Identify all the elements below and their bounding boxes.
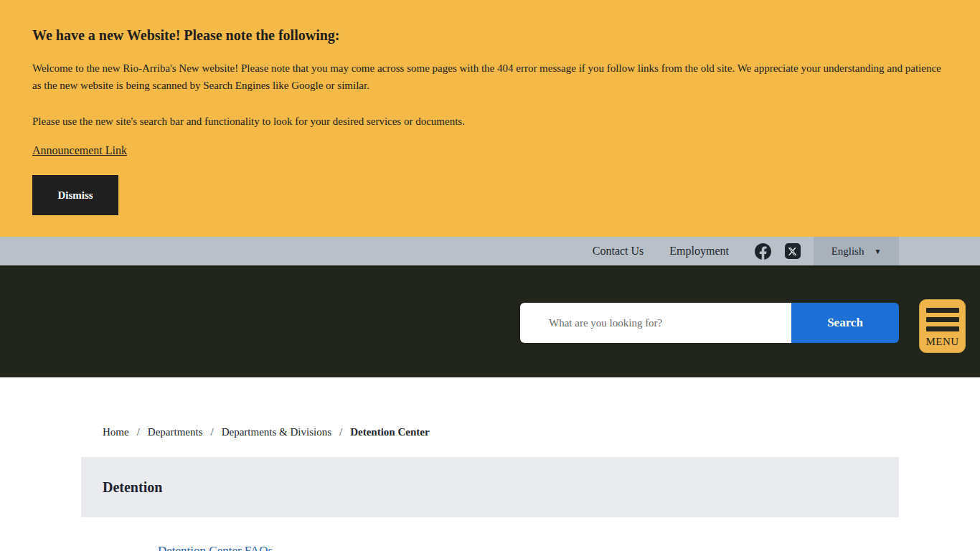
- chevron-down-icon: ▼: [874, 248, 881, 255]
- search-button[interactable]: Search: [791, 303, 899, 343]
- language-selector[interactable]: English ▼: [814, 237, 899, 265]
- contact-us-link[interactable]: Contact Us: [593, 245, 644, 258]
- breadcrumb: Home / Departments / Departments & Divis…: [0, 377, 980, 438]
- announcement-link[interactable]: Announcement Link: [32, 144, 127, 157]
- breadcrumb-separator: /: [210, 426, 213, 438]
- dismiss-button[interactable]: Dismiss: [32, 175, 118, 215]
- breadcrumb-detention-center: Detention Center: [350, 426, 429, 438]
- banner-paragraph-2: Please use the new site's search bar and…: [32, 113, 941, 130]
- employment-link[interactable]: Employment: [669, 245, 729, 258]
- banner-heading: We have a new Website! Please note the f…: [32, 27, 941, 44]
- hamburger-icon: [926, 308, 959, 336]
- search-input[interactable]: [520, 303, 791, 343]
- facebook-icon[interactable]: [755, 243, 771, 260]
- search-bar: Search: [520, 303, 899, 343]
- announcement-banner: We have a new Website! Please note the f…: [0, 0, 980, 237]
- main-content: Home / Departments / Departments & Divis…: [0, 377, 980, 551]
- x-icon-box: [785, 243, 801, 259]
- page-title-panel: Detention: [81, 457, 899, 517]
- site-header: Search MENU: [0, 265, 980, 377]
- language-selected-label: English: [831, 245, 864, 258]
- banner-paragraph-1: Welcome to the new Rio-Arriba's New webs…: [32, 60, 941, 94]
- page-title: Detention: [103, 479, 162, 496]
- utility-bar: Contact Us Employment English ▼: [0, 237, 980, 265]
- breadcrumb-separator: /: [137, 426, 140, 438]
- detention-center-faqs-link[interactable]: Detention Center FAQs: [158, 544, 273, 551]
- menu-button-label: MENU: [925, 336, 958, 348]
- x-twitter-icon[interactable]: [784, 243, 801, 260]
- breadcrumb-home[interactable]: Home: [103, 426, 129, 438]
- menu-button[interactable]: MENU: [919, 299, 966, 353]
- breadcrumb-separator: /: [339, 426, 342, 438]
- breadcrumb-departments[interactable]: Departments: [148, 426, 203, 438]
- breadcrumb-departments-divisions[interactable]: Departments & Divisions: [222, 426, 331, 438]
